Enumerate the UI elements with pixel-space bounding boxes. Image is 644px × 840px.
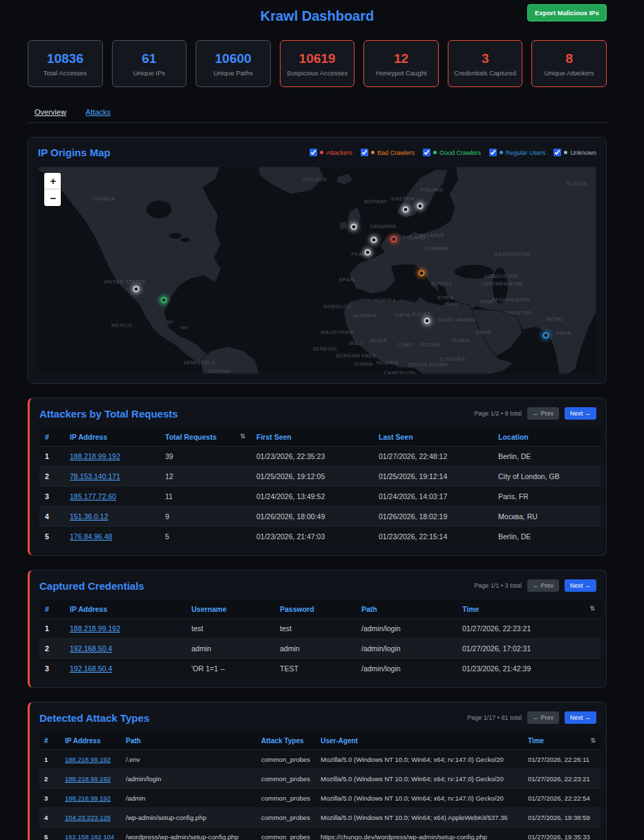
legend-item-good-crawlers[interactable]: Good Crawlers	[423, 149, 481, 156]
legend-item-regular-users[interactable]: Regular Users	[489, 149, 546, 156]
stat-value: 61	[142, 51, 156, 66]
prev-page-button[interactable]: ← Prev	[527, 407, 559, 420]
attack-types-panel-head: Detected Attack Types Page 1/17 • 81 tot…	[39, 711, 596, 724]
legend-item-bad-crawlers[interactable]: Bad Crawlers	[361, 149, 415, 156]
cell-first_seen: 01/23/2026, 22:35:23	[251, 447, 373, 467]
zoom-in-button[interactable]: +	[44, 173, 61, 189]
cell-first_seen: 01/24/2026, 13:49:52	[251, 487, 373, 507]
column-header-path[interactable]: Path	[121, 732, 256, 750]
cell-user_agent: Mozilla/5.0 (Windows NT 10.0; Win64; x64…	[316, 769, 523, 789]
map-country-label: EGYPT	[413, 312, 430, 317]
legend-checkbox[interactable]	[310, 149, 317, 156]
ip-address-link[interactable]: 188.218.99.192	[65, 756, 111, 763]
prev-page-button[interactable]: ← Prev	[527, 711, 559, 724]
map-marker-attacker[interactable]	[390, 236, 397, 243]
great-lakes	[169, 233, 182, 239]
column-header-total_requests[interactable]: Total Requests⇅	[160, 428, 251, 447]
map-marker-unknown[interactable]	[417, 203, 424, 209]
sort-icon[interactable]: ⇅	[589, 605, 595, 612]
ip-address-link[interactable]: 188.218.99.192	[65, 794, 111, 802]
column-header-ip[interactable]: IP Address	[60, 732, 121, 750]
table-row: 1188.218.99.1923901/23/2026, 22:35:2301/…	[39, 447, 600, 467]
export-malicious-ips-button[interactable]: Export Malicious IPs	[527, 4, 607, 21]
map-country-label: INDIA	[556, 330, 571, 335]
ip-address-link[interactable]: 192.168.50.4	[70, 664, 112, 673]
map-country-label: SOUTH SUDAN	[408, 362, 447, 366]
column-header-location[interactable]: Location	[493, 428, 600, 447]
dashboard-page: Krawl Dashboard Export Malicious IPs 108…	[28, 0, 607, 840]
cell-num: 1	[39, 750, 60, 769]
stat-label: Unique Attackers	[544, 69, 594, 77]
map-marker-unknown[interactable]	[133, 286, 140, 292]
legend-item-attackers[interactable]: Attackers	[310, 149, 352, 156]
next-page-button[interactable]: Next →	[565, 711, 596, 724]
column-header-password[interactable]: Password	[274, 600, 356, 619]
map-country-label: ICELAND	[303, 177, 327, 182]
column-header-first_seen[interactable]: First Seen	[251, 428, 373, 447]
map-marker-unknown[interactable]	[402, 207, 408, 213]
column-header-attack_types[interactable]: Attack Types	[256, 732, 316, 750]
column-header-last_seen[interactable]: Last Seen	[373, 428, 493, 447]
attackers-panel: Attackers by Total Requests Page 1/2 • 8…	[28, 398, 607, 556]
column-header-ip[interactable]: IP Address	[64, 600, 186, 619]
cell-path: /admin/login	[356, 639, 457, 659]
map-country-label: AFGHANISTAN	[492, 297, 530, 302]
map-country-label: BURKINA FASO	[337, 353, 376, 358]
ip-address-link[interactable]: 162.158.182.104	[65, 833, 114, 840]
map-marker-unknown[interactable]	[351, 224, 357, 230]
map-marker-bad_crawler[interactable]	[419, 270, 425, 276]
map-country-label: DENMARK	[370, 224, 397, 229]
table-row: 4104.23.223.128/wp-admin/setup-config.ph…	[39, 808, 600, 828]
sort-icon[interactable]: ⇅	[240, 433, 245, 440]
next-page-button[interactable]: Next →	[565, 579, 596, 592]
map-country-label: VENEZUELA	[183, 360, 215, 364]
prev-page-button[interactable]: ← Prev	[527, 579, 559, 592]
ip-origins-map-panel: IP Origins Map AttackersBad CrawlersGood…	[28, 137, 607, 384]
column-header-time[interactable]: Time⇅	[523, 732, 600, 750]
cell-first_seen: 01/25/2026, 19:12:05	[251, 467, 373, 487]
ip-address-link[interactable]: 188.218.99.192	[70, 624, 120, 633]
ip-address-link[interactable]: 188.218.99.192	[70, 452, 120, 460]
world-map[interactable]: + − CANADAICELANDRUSSIANORWAYSWEDENFINLA…	[38, 167, 596, 374]
map-marker-regular_user[interactable]	[543, 332, 549, 338]
map-marker-good_crawler[interactable]	[160, 297, 167, 303]
cell-path: /admin/login	[121, 769, 256, 789]
table-row: 4151.36.0.12901/26/2026, 18:00:4901/26/2…	[39, 507, 600, 527]
ip-address-link[interactable]: 185.177.72.60	[70, 492, 116, 501]
column-header-user_agent[interactable]: User-Agent	[316, 732, 523, 750]
tab-attacks[interactable]: Attacks	[86, 108, 111, 116]
legend-checkbox[interactable]	[553, 149, 561, 156]
legend-label: Unknown	[570, 149, 596, 156]
map-marker-unknown[interactable]	[424, 317, 430, 324]
map-country-label: GHANA	[354, 362, 372, 366]
column-header-path[interactable]: Path	[356, 600, 457, 619]
ip-address-link[interactable]: 78.153.140.171	[70, 472, 120, 480]
ip-address-link[interactable]: 104.23.223.128	[65, 814, 111, 821]
legend-checkbox[interactable]	[423, 149, 430, 156]
ip-address-link[interactable]: 192.168.50.4	[70, 644, 112, 653]
legend-item-unknown[interactable]: Unknown	[553, 149, 596, 156]
zoom-out-button[interactable]: −	[44, 189, 61, 206]
ip-address-link[interactable]: 188.218.99.192	[65, 775, 111, 783]
column-header-time[interactable]: Time⇅	[457, 600, 600, 619]
stat-card-unique-ips: 61 Unique IPs	[112, 40, 187, 87]
map-marker-unknown[interactable]	[364, 249, 370, 255]
next-page-button[interactable]: Next →	[565, 407, 596, 420]
legend-checkbox[interactable]	[489, 149, 497, 156]
column-header-ip[interactable]: IP Address	[64, 428, 160, 447]
ip-address-link[interactable]: 151.36.0.12	[70, 512, 108, 521]
column-header-username[interactable]: Username	[186, 600, 274, 619]
page-title: Krawl Dashboard	[28, 8, 607, 24]
stat-label: Suspicious Accesses	[287, 69, 348, 77]
ip-address-link[interactable]: 176.84.96.48	[70, 532, 112, 541]
sort-icon[interactable]: ⇅	[590, 737, 596, 744]
legend-checkbox[interactable]	[361, 149, 368, 156]
page-info: Page 1/17 • 81 total	[467, 714, 522, 721]
stat-label: Unique IPs	[133, 69, 165, 77]
legend-label: Good Crawlers	[439, 149, 481, 156]
hudson-bay	[146, 200, 171, 218]
tab-overview[interactable]: Overview	[35, 108, 66, 116]
map-marker-unknown[interactable]	[371, 236, 377, 243]
table-row: 5176.84.96.48501/23/2026, 21:47:0301/23/…	[39, 527, 600, 547]
cell-total_requests: 39	[160, 447, 251, 467]
